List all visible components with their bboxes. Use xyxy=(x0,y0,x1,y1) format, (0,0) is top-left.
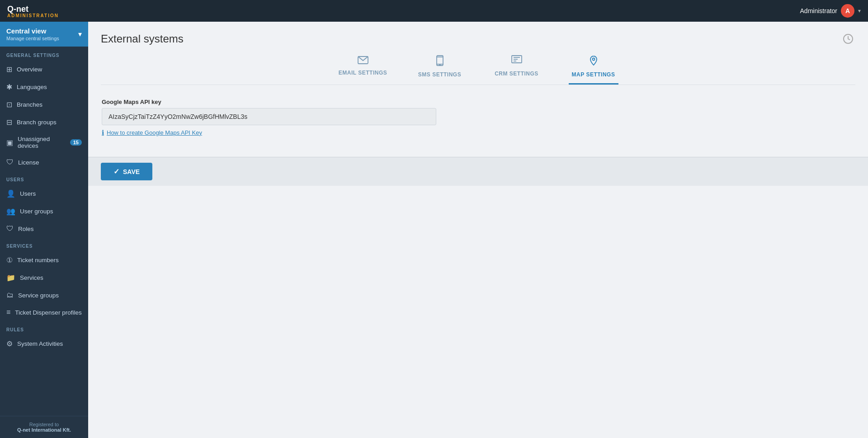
page-title: External systems xyxy=(101,33,184,45)
central-view-sublabel: Manage central settings xyxy=(6,36,59,41)
sms-icon xyxy=(435,55,444,69)
api-key-group: Google Maps API key ℹ How to create Goog… xyxy=(102,99,481,136)
user-menu[interactable]: Administrator A ▾ xyxy=(800,4,861,18)
sidebar-item-label: System Activities xyxy=(17,340,82,347)
crm-icon xyxy=(511,55,522,68)
map-icon xyxy=(589,55,599,69)
company-name: Q-net International Kft. xyxy=(6,427,82,433)
content-area: External systems EMAIL SETTINGS xyxy=(88,22,868,438)
services-icon: 📁 xyxy=(6,273,15,282)
branch-groups-icon: ⊟ xyxy=(6,118,12,127)
registered-to-label: Registered to xyxy=(6,422,82,427)
sidebar-item-label: License xyxy=(18,159,82,166)
tab-sms-settings[interactable]: SMS SETTINGS xyxy=(415,55,465,85)
top-header: Q-net ADMINISTRATION Administrator A ▾ xyxy=(0,0,868,22)
email-icon xyxy=(358,55,368,67)
sidebar-item-label: Unassigned devices xyxy=(18,136,66,149)
roles-icon: 🛡 xyxy=(6,225,14,233)
license-icon: 🛡 xyxy=(6,158,14,166)
unassigned-badge: 15 xyxy=(70,139,82,146)
rules-section: RULES xyxy=(0,321,88,335)
api-key-input[interactable] xyxy=(102,108,436,125)
sidebar-item-system-activities[interactable]: ⚙ System Activities xyxy=(0,335,88,353)
sidebar-item-label: Services xyxy=(20,274,82,281)
users-icon: 👤 xyxy=(6,189,15,198)
central-view-arrow-icon: ▾ xyxy=(78,30,82,38)
central-view-button[interactable]: Central view Manage central settings ▾ xyxy=(0,22,88,47)
save-bar: ✓ SAVE xyxy=(88,157,868,186)
logo-subtitle: ADMINISTRATION xyxy=(7,13,59,18)
help-link-text: How to create Google Maps API Key xyxy=(107,129,202,136)
logo-box: Q-net ADMINISTRATION xyxy=(7,4,59,18)
languages-icon: ✱ xyxy=(6,83,12,91)
users-section: USERS xyxy=(0,171,88,185)
sidebar-item-ticket-numbers[interactable]: ① Ticket numbers xyxy=(0,251,88,269)
sidebar-item-ticket-dispenser[interactable]: ≡ Ticket Dispenser profiles xyxy=(0,304,88,321)
sidebar-item-languages[interactable]: ✱ Languages xyxy=(0,78,88,96)
history-icon[interactable] xyxy=(841,32,855,46)
tab-crm-settings[interactable]: CRM SETTINGS xyxy=(492,55,542,85)
checkmark-icon: ✓ xyxy=(113,167,119,176)
central-view-label: Central view xyxy=(6,27,59,35)
save-button[interactable]: ✓ SAVE xyxy=(101,163,152,180)
system-activities-icon: ⚙ xyxy=(6,339,13,348)
service-groups-icon: 🗂 xyxy=(6,291,14,299)
api-key-label: Google Maps API key xyxy=(102,99,481,105)
sidebar-item-services[interactable]: 📁 Services xyxy=(0,269,88,287)
sidebar-item-users[interactable]: 👤 Users xyxy=(0,185,88,203)
sidebar-item-branches[interactable]: ⊡ Branches xyxy=(0,96,88,113)
overview-icon: ⊞ xyxy=(6,65,12,74)
help-link[interactable]: ℹ How to create Google Maps API Key xyxy=(102,129,481,136)
branches-icon: ⊡ xyxy=(6,100,12,109)
map-settings-form: Google Maps API key ℹ How to create Goog… xyxy=(88,85,495,157)
svg-point-6 xyxy=(439,65,440,66)
sidebar-item-label: Users xyxy=(20,190,82,197)
sidebar-item-label: Branches xyxy=(17,101,82,108)
user-avatar: A xyxy=(841,4,854,18)
sidebar-item-label: Branch groups xyxy=(17,119,82,126)
sidebar: Central view Manage central settings ▾ G… xyxy=(0,22,88,438)
central-view-text: Central view Manage central settings xyxy=(6,27,59,41)
content-header: External systems xyxy=(88,22,868,46)
logo-svg: Q-net xyxy=(7,4,43,14)
sidebar-item-unassigned-devices[interactable]: ▣ Unassigned devices 15 xyxy=(0,131,88,154)
sidebar-item-label: Ticket Dispenser profiles xyxy=(15,309,82,316)
ticket-dispenser-icon: ≡ xyxy=(6,308,10,316)
main-layout: Central view Manage central settings ▾ G… xyxy=(0,22,868,438)
sidebar-item-label: Ticket numbers xyxy=(17,257,82,264)
sidebar-item-roles[interactable]: 🛡 Roles xyxy=(0,220,88,237)
tab-crm-label: CRM SETTINGS xyxy=(495,71,538,77)
unassigned-devices-icon: ▣ xyxy=(6,138,13,147)
sidebar-item-overview[interactable]: ⊞ Overview xyxy=(0,61,88,78)
user-name: Administrator xyxy=(800,7,837,14)
tab-email-label: EMAIL SETTINGS xyxy=(339,70,387,76)
logo-area: Q-net ADMINISTRATION xyxy=(7,4,59,18)
sidebar-item-label: User groups xyxy=(20,208,82,215)
user-groups-icon: 👥 xyxy=(6,207,15,216)
svg-point-11 xyxy=(592,58,594,61)
general-settings-section: GENERAL SETTINGS xyxy=(0,47,88,61)
svg-text:Q-net: Q-net xyxy=(7,5,28,14)
tabs-bar: EMAIL SETTINGS SMS SETTINGS xyxy=(101,46,855,85)
sidebar-item-branch-groups[interactable]: ⊟ Branch groups xyxy=(0,113,88,131)
tab-sms-label: SMS SETTINGS xyxy=(418,71,461,78)
sidebar-item-user-groups[interactable]: 👥 User groups xyxy=(0,203,88,220)
sidebar-item-label: Overview xyxy=(17,66,82,73)
help-icon: ℹ xyxy=(102,129,104,136)
tab-email-settings[interactable]: EMAIL SETTINGS xyxy=(338,55,388,85)
sidebar-footer: Registered to Q-net International Kft. xyxy=(0,416,88,438)
sidebar-item-label: Languages xyxy=(17,84,82,90)
sidebar-item-label: Roles xyxy=(18,226,82,232)
sidebar-item-license[interactable]: 🛡 License xyxy=(0,154,88,171)
sidebar-item-service-groups[interactable]: 🗂 Service groups xyxy=(0,287,88,304)
sidebar-item-label: Service groups xyxy=(18,292,82,299)
tab-map-label: MAP SETTINGS xyxy=(572,71,615,78)
services-section: SERVICES xyxy=(0,237,88,251)
ticket-numbers-icon: ① xyxy=(6,256,13,264)
tab-map-settings[interactable]: MAP SETTINGS xyxy=(569,55,618,85)
chevron-down-icon: ▾ xyxy=(858,8,861,14)
save-label: SAVE xyxy=(123,168,140,175)
